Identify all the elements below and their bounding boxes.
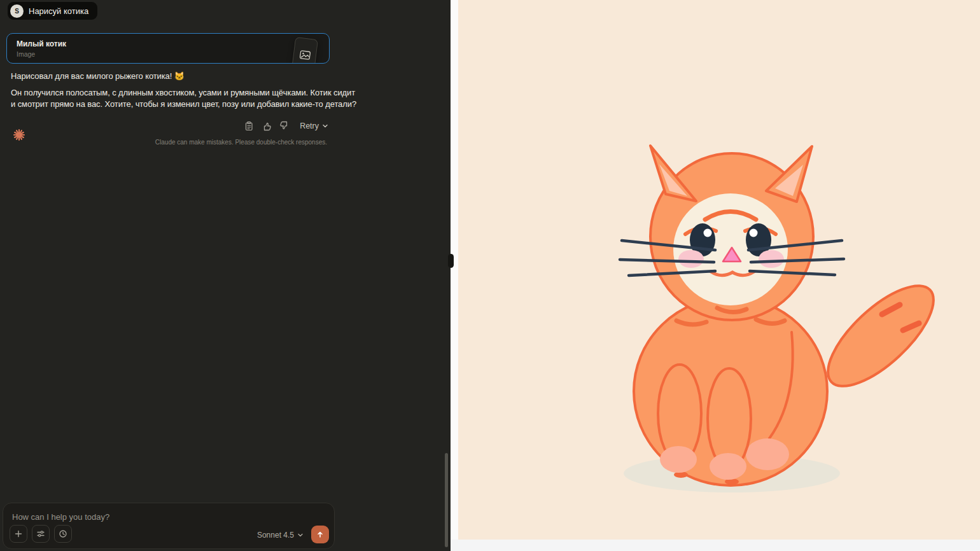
artifact-panel (451, 0, 980, 551)
assistant-paragraph-1: Нарисовал для вас милого рыжего котика! … (11, 71, 185, 82)
artifact-card-type: Image (17, 50, 35, 58)
user-avatar: S (10, 4, 24, 18)
disclaimer-text: Claude can make mistakes. Please double-… (0, 139, 327, 146)
assistant-paragraph-2: Он получился полосатым, с длинным хвости… (11, 87, 356, 110)
chevron-down-icon (297, 533, 304, 538)
artifact-canvas (458, 0, 980, 540)
copy-button[interactable] (241, 118, 256, 134)
plus-icon (14, 529, 23, 538)
composer-buttons (10, 525, 72, 543)
app-window: S Нарисуй котика Милый котик Image Нарис… (0, 0, 980, 551)
thumbs-down-icon (279, 121, 290, 131)
composer-placeholder: How can I help you today? (12, 512, 109, 522)
tools-button[interactable] (32, 525, 50, 543)
image-icon (299, 50, 311, 60)
chevron-down-icon (322, 123, 328, 129)
user-message-text: Нарисуй котика (29, 6, 88, 16)
artifact-thumbnail (291, 37, 318, 64)
cat-back-paw (746, 438, 789, 470)
chat-panel: S Нарисуй котика Милый котик Image Нарис… (0, 0, 451, 551)
retry-label: Retry (300, 122, 319, 130)
cat-tail (813, 270, 949, 401)
artifact-card-title: Милый котик (17, 39, 66, 48)
thumbs-up-button[interactable] (259, 118, 274, 134)
arrow-up-icon (316, 530, 325, 539)
chat-scrollbar[interactable] (445, 453, 448, 547)
history-button[interactable] (54, 525, 72, 543)
sliders-icon (36, 529, 45, 538)
cat-illustration (458, 0, 980, 540)
model-label: Sonnet 4.5 (257, 531, 294, 540)
message-action-row: Retry (0, 118, 328, 134)
user-message: S Нарисуй котика (8, 2, 97, 20)
thumbs-down-button[interactable] (277, 118, 292, 134)
attach-button[interactable] (10, 525, 27, 543)
clock-icon (59, 529, 67, 538)
thumbs-up-icon (262, 121, 272, 131)
artifact-card[interactable]: Милый котик Image (6, 33, 330, 64)
clipboard-icon (244, 121, 254, 131)
panel-bottom-strip (451, 540, 980, 551)
panel-resize-handle[interactable] (448, 254, 454, 268)
retry-button[interactable]: Retry (300, 122, 328, 130)
send-button[interactable] (311, 526, 329, 543)
model-selector[interactable]: Sonnet 4.5 (257, 531, 304, 540)
composer-input[interactable]: How can I help you today? (3, 503, 335, 549)
